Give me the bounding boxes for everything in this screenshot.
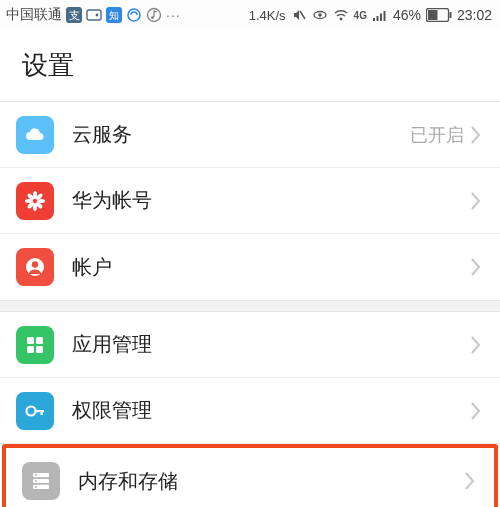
cloud-sync-icon <box>126 7 142 23</box>
svg-rect-13 <box>373 18 375 21</box>
carrier-label: 中国联通 <box>6 6 62 24</box>
chevron-right-icon <box>464 471 478 491</box>
svg-point-41 <box>35 480 37 482</box>
storage-icon <box>22 462 60 500</box>
svg-rect-32 <box>27 346 34 353</box>
battery-icon <box>426 8 452 22</box>
account-icon <box>16 248 54 286</box>
svg-rect-15 <box>380 14 382 22</box>
svg-point-34 <box>27 406 36 415</box>
svg-point-11 <box>318 13 322 17</box>
page-title: 设置 <box>0 30 500 102</box>
svg-point-40 <box>35 474 37 476</box>
svg-rect-36 <box>41 410 43 415</box>
status-right: 1.4K/s 4G 46% 23:02 <box>249 7 492 23</box>
svg-rect-18 <box>428 10 438 20</box>
clock: 23:02 <box>457 7 492 23</box>
permissions-icon <box>16 392 54 430</box>
battery-pct: 46% <box>393 7 421 23</box>
row-label: 权限管理 <box>72 397 470 424</box>
status-left: 中国联通 支 知 ··· <box>6 6 181 24</box>
highlight-storage: 内存和存储 <box>2 444 498 507</box>
net-speed: 1.4K/s <box>249 8 286 23</box>
row-permission-management[interactable]: 权限管理 <box>0 378 500 444</box>
svg-rect-33 <box>36 346 43 353</box>
huawei-icon <box>16 182 54 220</box>
svg-text:支: 支 <box>69 9 80 21</box>
net-type: 4G <box>354 10 367 21</box>
chevron-right-icon <box>470 335 484 355</box>
chevron-right-icon <box>470 191 484 211</box>
row-label: 内存和存储 <box>78 468 464 495</box>
svg-rect-30 <box>27 337 34 344</box>
row-label: 云服务 <box>72 121 410 148</box>
eye-icon <box>312 7 328 23</box>
row-app-management[interactable]: 应用管理 <box>0 312 500 378</box>
svg-point-6 <box>128 9 140 21</box>
wallet-icon <box>86 7 102 23</box>
group-divider <box>0 300 500 312</box>
svg-text:知: 知 <box>109 10 119 21</box>
svg-rect-16 <box>383 11 385 21</box>
svg-rect-14 <box>376 16 378 21</box>
svg-point-12 <box>339 18 342 21</box>
chevron-right-icon <box>470 257 484 277</box>
alipay-icon: 支 <box>66 7 82 23</box>
row-label: 应用管理 <box>72 331 470 358</box>
row-label: 华为帐号 <box>72 187 470 214</box>
cloud-icon <box>16 116 54 154</box>
row-value: 已开启 <box>410 123 464 147</box>
zhi-icon: 知 <box>106 7 122 23</box>
row-storage[interactable]: 内存和存储 <box>6 448 494 507</box>
more-icon: ··· <box>166 7 181 23</box>
svg-point-29 <box>32 261 38 267</box>
svg-rect-19 <box>449 12 451 18</box>
row-cloud-service[interactable]: 云服务 已开启 <box>0 102 500 168</box>
svg-point-3 <box>96 14 99 17</box>
apps-icon <box>16 326 54 364</box>
svg-rect-2 <box>87 10 101 20</box>
settings-group-system: 应用管理 权限管理 <box>0 312 500 507</box>
svg-line-9 <box>300 11 305 19</box>
mute-icon <box>291 7 307 23</box>
settings-group-account: 云服务 已开启 华为帐号 <box>0 102 500 300</box>
svg-point-42 <box>35 486 37 488</box>
svg-rect-31 <box>36 337 43 344</box>
status-bar: 中国联通 支 知 ··· 1.4K/s 4G 46% <box>0 0 500 30</box>
chevron-right-icon <box>470 125 484 145</box>
row-label: 帐户 <box>72 254 470 281</box>
row-huawei-id[interactable]: 华为帐号 <box>0 168 500 234</box>
wifi-icon <box>333 7 349 23</box>
music-icon <box>146 7 162 23</box>
signal-icon <box>372 7 388 23</box>
chevron-right-icon <box>470 401 484 421</box>
row-accounts[interactable]: 帐户 <box>0 234 500 300</box>
